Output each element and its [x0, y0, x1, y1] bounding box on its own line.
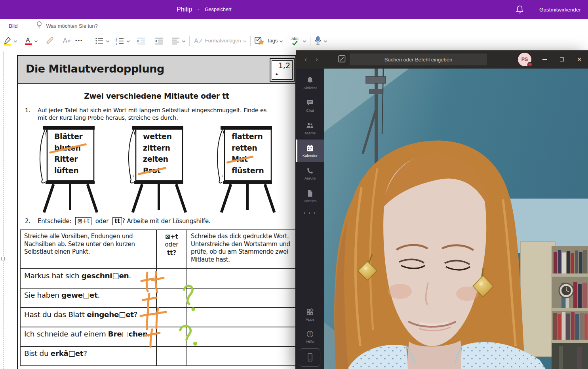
tags-icon[interactable]	[254, 34, 265, 47]
worksheet-header: Die Mitlautverdopplung 1,2 •	[18, 56, 295, 84]
task2: 2. Entscheide: ⊠+t oder tt ? Arbeite mit…	[25, 217, 291, 225]
sidebar-item-aktivitaet[interactable]: Aktivität	[296, 72, 324, 94]
highlighter-pen-icon[interactable]	[3, 34, 12, 47]
tags-chevron[interactable]	[279, 37, 283, 44]
mark-cell[interactable]	[156, 327, 187, 346]
title-separator: -	[198, 7, 199, 12]
avatar[interactable]: PS	[518, 53, 531, 66]
table-row: Sie haben gewe□et.	[20, 288, 297, 308]
task2-pre: Entscheide:	[38, 218, 71, 225]
worksheet-table: Streiche alle Vorsilben, Endungen und Na…	[20, 229, 298, 366]
easel-1: Blätter bluten Ritter lüften	[29, 124, 108, 213]
sentence-cell: Bist du erkä□et?	[20, 346, 156, 366]
table-row: Markus hat sich geschni□en.	[20, 269, 297, 288]
pen-dropdown-chevron[interactable]	[13, 37, 17, 44]
dictate-microphone-icon[interactable]	[314, 34, 322, 47]
mobile-phone-icon	[306, 353, 314, 362]
compose-icon[interactable]	[338, 55, 346, 64]
answer-cell[interactable]	[187, 346, 297, 366]
apps-icon	[306, 308, 314, 316]
more-formatting-icon[interactable]: •••	[75, 38, 83, 44]
user-role-label: Gastmitwirkender	[539, 7, 581, 13]
styles-label[interactable]: Formatvorlagen	[205, 38, 241, 44]
sidebar-item-hilfe[interactable]: ? Hilfe	[296, 325, 324, 348]
mark-cell[interactable]	[156, 288, 187, 308]
numbered-list-chevron[interactable]	[126, 37, 130, 44]
rail-more-icon[interactable]: • • •	[296, 207, 324, 218]
svg-text:A: A	[194, 38, 198, 44]
sidebar-item-chat[interactable]: Chat	[296, 94, 324, 117]
mobile-device-button[interactable]	[300, 348, 320, 367]
formatting-toolbar: A A ••• 123 A Formatvorl	[0, 33, 588, 49]
outdent-icon[interactable]	[137, 34, 146, 47]
mark-cell[interactable]	[156, 308, 187, 327]
tags-label[interactable]: Tags	[267, 38, 278, 44]
indent-icon[interactable]	[154, 34, 164, 47]
easel-3: flattern retten Mut flüstern	[206, 124, 285, 213]
answer-cell[interactable]	[187, 288, 297, 308]
teams-app-rail: Aktivität Chat Teams Kalender Anrufe Dat…	[296, 69, 324, 369]
svg-text:A: A	[63, 37, 67, 44]
align-icon[interactable]	[171, 34, 180, 47]
window-title: Philip - Gespeichert	[177, 0, 232, 19]
bullet-list-icon[interactable]	[95, 34, 104, 47]
sidebar-item-apps[interactable]: Apps	[296, 303, 324, 326]
struck-word: Mut	[232, 153, 247, 165]
back-icon[interactable]: ‹	[300, 55, 311, 63]
mark-cell[interactable]	[156, 346, 187, 366]
ribbon-tab-row: Bild Was möchten Sie tun?	[0, 19, 588, 33]
badge-dot: •	[275, 71, 278, 78]
dictate-chevron[interactable]	[323, 37, 327, 44]
calendar-icon	[306, 144, 314, 152]
bullet-list-chevron[interactable]	[106, 37, 110, 44]
answer-cell[interactable]	[187, 327, 297, 346]
numbered-list-icon[interactable]: 123	[115, 34, 125, 47]
clear-formatting-icon[interactable]: A	[62, 34, 71, 47]
image-resize-handle[interactable]	[1, 257, 5, 260]
lightbulb-icon	[36, 21, 42, 31]
busy-status-dot	[527, 62, 533, 67]
easel-3-words: flattern retten Mut flüstern	[232, 131, 264, 176]
task1: 1. Auf jeder Tafel hat sich ein Wort mit…	[25, 107, 291, 121]
sidebar-item-dateien[interactable]: Dateien	[296, 185, 324, 207]
notebook-title: Philip	[177, 6, 192, 13]
task2-box1: ⊠+t	[75, 217, 91, 225]
answer-cell[interactable]	[187, 308, 297, 327]
search-input[interactable]	[350, 54, 487, 65]
page-number-badge: 1,2 •	[270, 58, 295, 82]
tab-bild[interactable]: Bild	[9, 23, 18, 29]
worksheet-image[interactable]: Die Mitlautverdopplung 1,2 • Zwei versch…	[17, 55, 296, 369]
minimize-button[interactable]	[536, 50, 553, 69]
onenote-titlebar: Philip - Gespeichert Gastmitwirkender	[0, 0, 588, 19]
font-color-icon[interactable]: A	[24, 34, 32, 47]
worksheet-title: Die Mitlautverdopplung	[26, 56, 164, 82]
video-feed[interactable]	[324, 69, 588, 369]
sidebar-item-teams[interactable]: Teams	[296, 117, 324, 140]
spellcheck-icon[interactable]: abc	[291, 34, 301, 47]
format-painter-icon[interactable]	[45, 34, 55, 47]
sentence-cell: Ich schneide auf einem Bre□chen.	[20, 327, 156, 346]
forward-icon[interactable]: ›	[311, 55, 322, 63]
easel-2-words: wetten zittern zelten Brot	[143, 131, 172, 176]
sidebar-item-kalender[interactable]: Kalender	[296, 140, 324, 162]
help-icon: ?	[306, 330, 314, 338]
styles-icon[interactable]: A	[193, 34, 203, 47]
file-icon	[306, 189, 314, 197]
image-selection-border	[3, 52, 4, 369]
align-chevron[interactable]	[182, 37, 186, 44]
spellcheck-chevron[interactable]	[303, 37, 306, 44]
mark-cell[interactable]	[156, 269, 187, 288]
sidebar-item-anrufe[interactable]: Anrufe	[296, 162, 324, 185]
header-col2: ⊠+t oder tt?	[156, 230, 187, 269]
bell-icon	[306, 76, 314, 84]
font-color-chevron[interactable]	[34, 37, 38, 44]
svg-text:3: 3	[116, 42, 117, 45]
badge-number: 1,2	[278, 61, 290, 70]
notifications-bell-icon[interactable]	[516, 5, 523, 14]
close-button[interactable]: ✕	[571, 50, 588, 69]
tell-me-prompt[interactable]: Was möchten Sie tun?	[46, 23, 98, 29]
maximize-button[interactable]	[553, 50, 571, 69]
styles-chevron[interactable]	[243, 37, 247, 44]
table-row: Hast du das Blatt eingehe□et?	[20, 308, 297, 327]
answer-cell[interactable]	[187, 269, 297, 288]
